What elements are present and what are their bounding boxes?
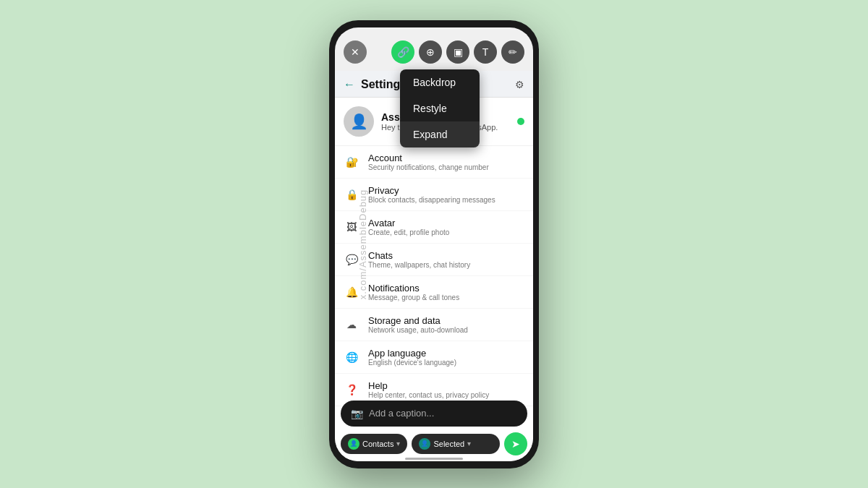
contacts-label: Contacts xyxy=(362,440,393,448)
bottom-bar: 👤 Contacts ▾ 👤 Selected ▾ ➤ xyxy=(341,432,527,455)
storage-icon: ☁ xyxy=(344,317,359,333)
language-label: App language xyxy=(368,348,456,359)
notifications-sublabel: Message, group & call tones xyxy=(368,294,459,301)
privacy-label: Privacy xyxy=(368,185,495,196)
caption-placeholder[interactable]: Add a caption... xyxy=(369,408,517,419)
privacy-text: Privacy Block contacts, disappearing mes… xyxy=(368,185,495,204)
phone-frame: ✕ 🔗 ⊕ ▣ T ✏ Backdrop Restyle Expand xyxy=(329,20,539,468)
selected-avatar: 👤 xyxy=(419,438,430,450)
contacts-chevron: ▾ xyxy=(396,440,400,448)
settings-item-storage[interactable]: ☁ Storage and data Network usage, auto-d… xyxy=(335,309,533,341)
account-sublabel: Security notifications, change number xyxy=(368,163,489,171)
phone-device: x.com/AssembleDebug ✕ 🔗 ⊕ ▣ T ✏ Backdrop… xyxy=(329,20,539,468)
text-icon[interactable]: T xyxy=(474,40,497,64)
caption-camera-icon: 📷 xyxy=(351,408,363,419)
selected-chevron: ▾ xyxy=(467,440,471,448)
settings-item-privacy[interactable]: 🔒 Privacy Block contacts, disappearing m… xyxy=(335,179,533,211)
avatar: 👤 xyxy=(344,106,374,137)
language-icon: 🌐 xyxy=(344,349,359,365)
caption-bar: 📷 Add a caption... xyxy=(341,401,527,427)
help-icon: ❓ xyxy=(344,382,359,398)
send-button[interactable]: ➤ xyxy=(504,432,527,455)
settings-item-avatar[interactable]: 🖼 Avatar Create, edit, profile photo xyxy=(335,211,533,244)
privacy-icon: 🔒 xyxy=(344,187,359,202)
storage-sublabel: Network usage, auto-download xyxy=(368,326,468,334)
settings-item-notifications[interactable]: 🔔 Notifications Message, group & call to… xyxy=(335,276,533,309)
wa-back-icon[interactable]: ← xyxy=(344,78,355,91)
frame-icon[interactable]: ▣ xyxy=(446,40,469,64)
home-indicator xyxy=(405,458,463,460)
account-label: Account xyxy=(368,153,489,163)
sticker-icon[interactable]: ⊕ xyxy=(419,40,442,64)
wa-settings-gear[interactable]: ⚙ xyxy=(515,79,524,90)
notifications-label: Notifications xyxy=(368,283,459,294)
avatar-sublabel: Create, edit, profile photo xyxy=(368,228,449,236)
help-label: Help xyxy=(368,380,489,391)
selected-button[interactable]: 👤 Selected ▾ xyxy=(412,434,500,454)
settings-item-account[interactable]: 🔐 Account Security notifications, change… xyxy=(335,146,533,179)
contacts-button[interactable]: 👤 Contacts ▾ xyxy=(341,434,407,454)
language-text: App language English (device's language) xyxy=(368,348,456,367)
online-indicator xyxy=(517,118,524,125)
dropdown-backdrop[interactable]: Backdrop xyxy=(400,69,480,95)
help-sublabel: Help center, contact us, privacy policy xyxy=(368,391,489,399)
chats-sublabel: Theme, wallpapers, chat history xyxy=(368,261,470,269)
account-icon: 🔐 xyxy=(344,154,359,170)
pen-icon[interactable]: ✏ xyxy=(501,40,524,64)
settings-list: 🔐 Account Security notifications, change… xyxy=(335,146,533,406)
emoji-icon[interactable]: 🔗 xyxy=(391,40,414,64)
settings-item-language[interactable]: 🌐 App language English (device's languag… xyxy=(335,341,533,374)
contacts-avatar: 👤 xyxy=(348,438,359,450)
chats-icon: 💬 xyxy=(344,252,359,267)
top-toolbar: ✕ 🔗 ⊕ ▣ T ✏ xyxy=(335,40,533,64)
dropdown-expand[interactable]: Expand xyxy=(400,121,480,147)
chats-label: Chats xyxy=(368,250,470,261)
settings-item-chats[interactable]: 💬 Chats Theme, wallpapers, chat history xyxy=(335,244,533,276)
privacy-sublabel: Block contacts, disappearing messages xyxy=(368,196,495,204)
toolbar-icons: 🔗 ⊕ ▣ T ✏ xyxy=(391,40,524,64)
dropdown-menu: Backdrop Restyle Expand xyxy=(400,69,480,147)
avatar-label: Avatar xyxy=(368,218,449,228)
chats-text: Chats Theme, wallpapers, chat history xyxy=(368,250,470,269)
notifications-text: Notifications Message, group & call tone… xyxy=(368,283,459,301)
language-sublabel: English (device's language) xyxy=(368,359,456,367)
help-text: Help Help center, contact us, privacy po… xyxy=(368,380,489,399)
avatar-text: Avatar Create, edit, profile photo xyxy=(368,218,449,236)
wa-header-left: ← Settings xyxy=(344,78,407,91)
phone-screen: ✕ 🔗 ⊕ ▣ T ✏ Backdrop Restyle Expand xyxy=(335,27,533,461)
avatar-icon: 🖼 xyxy=(344,219,359,235)
dropdown-restyle[interactable]: Restyle xyxy=(400,95,480,121)
storage-label: Storage and data xyxy=(368,315,468,326)
account-text: Account Security notifications, change n… xyxy=(368,153,489,171)
notifications-icon: 🔔 xyxy=(344,284,359,300)
selected-label: Selected xyxy=(433,440,464,448)
storage-text: Storage and data Network usage, auto-dow… xyxy=(368,315,468,334)
close-button[interactable]: ✕ xyxy=(344,40,367,64)
